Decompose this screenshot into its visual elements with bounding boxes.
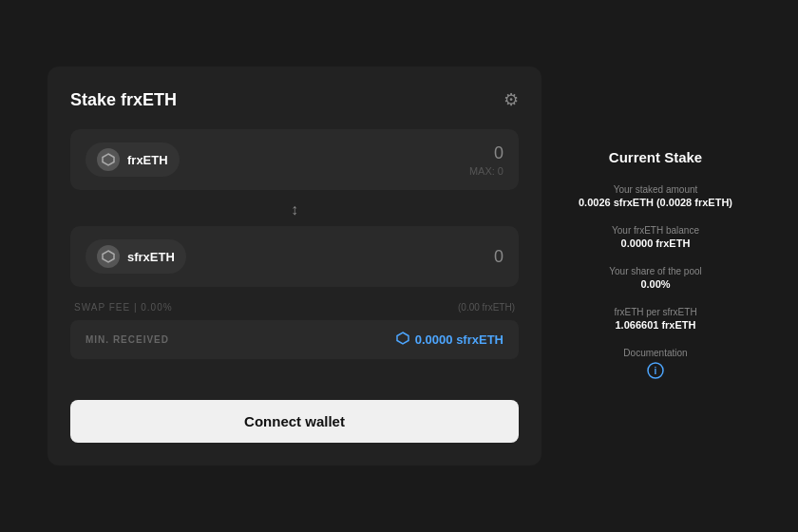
fee-label: SWAP FEE | 0.00%	[74, 302, 173, 313]
pool-share-item: Your share of the pool 0.00%	[609, 266, 701, 290]
to-token-label: sfrxETH	[127, 250, 175, 264]
doc-icon[interactable]: i	[623, 362, 687, 384]
from-token-label: frxETH	[127, 153, 168, 167]
rate-item: frxETH per sfrxETH 1.066601 frxETH	[614, 307, 696, 331]
staked-amount-value: 0.0026 sfrxETH (0.0028 frxETH)	[579, 197, 732, 208]
from-max-label: MAX: 0	[469, 165, 504, 177]
min-received-amount: 0.0000 sfrxETH	[415, 332, 504, 347]
main-container: Stake frxETH ⚙ frxETH 0 MAX: 0 ↕	[0, 0, 798, 532]
staked-amount-label: Your staked amount	[579, 184, 732, 195]
svg-marker-0	[103, 154, 114, 165]
svg-marker-2	[397, 332, 408, 344]
fee-row: SWAP FEE | 0.00% (0.00 frxETH)	[70, 294, 519, 320]
to-token-badge[interactable]: sfrxETH	[86, 239, 186, 274]
panel-title: Stake frxETH	[70, 90, 177, 110]
pool-share-label: Your share of the pool	[609, 266, 701, 276]
rate-value: 1.066601 frxETH	[614, 319, 696, 331]
frxeth-balance-item: Your frxETH balance 0.0000 frxETH	[612, 225, 699, 249]
svg-text:i: i	[655, 366, 657, 376]
staked-amount-item: Your staked amount 0.0026 sfrxETH (0.002…	[579, 184, 732, 208]
to-token-icon	[97, 245, 120, 268]
frxeth-balance-label: Your frxETH balance	[612, 225, 699, 236]
to-token-area: sfrxETH 0	[70, 226, 519, 287]
rate-label: frxETH per sfrxETH	[614, 307, 696, 317]
pool-share-value: 0.00%	[609, 278, 701, 290]
to-amount-value[interactable]: 0	[494, 247, 504, 267]
from-amount-area: 0 MAX: 0	[469, 143, 504, 177]
svg-marker-1	[103, 251, 114, 262]
min-received-row: MIN. RECEIVED 0.0000 sfrxETH	[70, 320, 519, 359]
from-token-icon	[97, 148, 120, 171]
documentation-section: Documentation i	[623, 348, 687, 384]
connect-wallet-button[interactable]: Connect wallet	[70, 400, 519, 443]
settings-icon[interactable]: ⚙	[504, 89, 519, 110]
from-token-area: frxETH 0 MAX: 0	[70, 129, 519, 190]
doc-label: Documentation	[623, 348, 687, 358]
min-received-token-icon	[396, 332, 409, 348]
frxeth-balance-value: 0.0000 frxETH	[612, 238, 699, 249]
from-token-badge[interactable]: frxETH	[86, 142, 180, 177]
swap-arrows[interactable]: ↕	[70, 194, 519, 226]
min-received-value: 0.0000 sfrxETH	[396, 332, 504, 348]
fee-value: (0.00 frxETH)	[458, 302, 515, 313]
to-amount-area: 0	[494, 247, 504, 267]
stake-panel: Stake frxETH ⚙ frxETH 0 MAX: 0 ↕	[48, 66, 542, 466]
current-stake-title: Current Stake	[609, 149, 702, 165]
panel-header: Stake frxETH ⚙	[70, 89, 519, 110]
arrows-icon: ↕	[291, 201, 298, 218]
from-amount-value[interactable]: 0	[469, 143, 504, 163]
min-received-label: MIN. RECEIVED	[86, 334, 169, 345]
current-stake-panel: Current Stake Your staked amount 0.0026 …	[560, 140, 750, 393]
